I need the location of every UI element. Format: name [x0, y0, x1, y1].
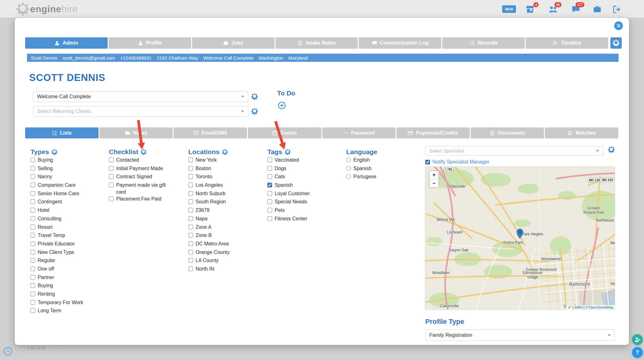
returning-clients-select[interactable]: Select Returning Clients [33, 106, 248, 117]
location-checkbox[interactable] [188, 166, 193, 171]
help-fab-button[interactable]: ? [632, 347, 643, 358]
language-option[interactable]: Spanish [346, 165, 409, 174]
zoom-in-button[interactable]: + [430, 171, 438, 179]
location-option[interactable]: Zone B [188, 232, 264, 240]
type-option[interactable]: Nanny [30, 173, 107, 182]
profile-type-select[interactable]: Family Registration [425, 329, 615, 341]
type-option[interactable]: Partner [30, 274, 107, 282]
type-option[interactable]: Regular [30, 257, 107, 266]
sub-tab[interactable]: Payments/Credits [396, 127, 470, 138]
tag-option[interactable]: Fitness Center [267, 215, 343, 224]
location-option[interactable]: New York [188, 157, 264, 165]
location-checkbox[interactable] [188, 241, 193, 246]
location-option[interactable]: 23679 [188, 207, 264, 215]
add-todo-button[interactable] [278, 101, 286, 110]
location-checkbox[interactable] [188, 233, 193, 238]
location-option[interactable]: DC Metro Area [188, 240, 264, 249]
location-option[interactable]: LA County [188, 257, 264, 266]
tag-option[interactable]: Spanish [267, 182, 343, 190]
close-button[interactable] [614, 21, 623, 30]
type-checkbox[interactable] [30, 216, 35, 221]
returning-settings-gear-icon[interactable] [251, 108, 258, 115]
checklist-option[interactable]: Initial Payment Made [109, 165, 173, 174]
type-option[interactable]: Senior Home Care [30, 190, 107, 199]
tag-checkbox[interactable] [267, 216, 272, 221]
location-option[interactable]: North Suburb [188, 190, 264, 199]
type-checkbox[interactable] [30, 258, 35, 263]
tag-option[interactable]: Loyal Customer [267, 190, 343, 199]
checklist-checkbox[interactable] [109, 158, 114, 162]
main-tab[interactable]: Admin [25, 37, 108, 49]
app-logo[interactable]: enginehire [16, 3, 78, 16]
logout-button[interactable] [612, 5, 621, 14]
jobs-button[interactable] [593, 5, 602, 14]
location-option[interactable]: Orange County [188, 249, 264, 257]
type-checkbox[interactable] [30, 241, 35, 246]
leaflet-link[interactable]: Leaflet [572, 305, 582, 309]
sub-tab[interactable]: Notes [99, 127, 173, 138]
type-checkbox[interactable] [30, 266, 35, 271]
specialist-select[interactable]: Select Specialist [425, 146, 603, 156]
tag-checkbox[interactable] [267, 208, 272, 212]
type-option[interactable]: Hotel [30, 207, 107, 215]
location-option[interactable]: Zone A [188, 224, 264, 232]
type-option[interactable]: Contingent [30, 198, 107, 207]
main-tab[interactable]: Communication Log [359, 37, 441, 49]
main-tab[interactable]: Profile [109, 37, 191, 49]
type-checkbox[interactable] [30, 225, 35, 229]
type-checkbox[interactable] [30, 191, 35, 196]
location-checkbox[interactable] [188, 216, 193, 221]
location-checkbox[interactable] [188, 158, 193, 162]
sub-tab[interactable]: Lists [25, 127, 99, 138]
type-checkbox[interactable] [30, 158, 35, 162]
location-checkbox[interactable] [188, 199, 193, 204]
location-checkbox[interactable] [188, 250, 193, 255]
type-option[interactable]: Resort [30, 224, 107, 232]
type-option[interactable]: Renting [30, 291, 107, 299]
language-radio[interactable] [346, 166, 351, 171]
type-checkbox[interactable] [30, 250, 35, 255]
type-option[interactable]: New Client Type [30, 249, 107, 257]
marketplace-button[interactable]: 4 [525, 5, 535, 14]
type-checkbox[interactable] [30, 199, 35, 204]
type-checkbox[interactable] [30, 166, 35, 171]
specialist-settings-gear-icon[interactable] [608, 146, 615, 153]
tag-option[interactable]: Pets [267, 207, 343, 215]
notify-checkbox[interactable] [425, 160, 430, 164]
contacts-button[interactable]: 26 [548, 5, 558, 14]
status-settings-gear-icon[interactable] [251, 93, 258, 100]
checklist-checkbox[interactable] [109, 183, 114, 187]
type-checkbox[interactable] [30, 308, 35, 313]
location-checkbox[interactable] [188, 174, 193, 179]
location-option[interactable]: Los Angeles [188, 182, 264, 190]
type-option[interactable]: One off [30, 266, 107, 274]
messages-button[interactable]: 177 [571, 5, 581, 14]
type-option[interactable]: Private Educator [30, 240, 107, 249]
type-checkbox[interactable] [30, 183, 35, 187]
main-tab[interactable]: Timeline [526, 37, 608, 49]
location-checkbox[interactable] [188, 266, 193, 271]
type-checkbox[interactable] [30, 275, 35, 280]
location-checkbox[interactable] [188, 191, 193, 196]
location-option[interactable]: North IN [188, 266, 264, 274]
main-tab[interactable]: Intake Notes [276, 37, 358, 49]
location-checkbox[interactable] [188, 183, 193, 187]
location-option[interactable]: Boston [188, 165, 264, 174]
tag-option[interactable]: Special Needs [267, 198, 343, 207]
location-option[interactable]: Napa [188, 215, 264, 224]
tag-checkbox[interactable] [267, 191, 272, 196]
tag-option[interactable]: Vaccinated [267, 157, 343, 165]
language-option[interactable]: Portugese [346, 173, 409, 182]
location-option[interactable]: South Region [188, 198, 264, 207]
type-option[interactable]: Travel Temp [30, 232, 107, 240]
checklist-checkbox[interactable] [109, 196, 114, 201]
type-checkbox[interactable] [30, 208, 35, 212]
checklist-option[interactable]: Payment made via gift card [109, 182, 173, 196]
location-option[interactable]: Toronto [188, 173, 264, 182]
sub-tab[interactable]: Documents [471, 127, 544, 138]
type-option[interactable]: Temporary For Work [30, 299, 107, 308]
type-option[interactable]: Buying [30, 282, 107, 291]
sub-tab[interactable]: Events [248, 127, 321, 138]
type-checkbox[interactable] [30, 292, 35, 296]
osm-link[interactable]: © OpenStreetMap [585, 305, 613, 309]
